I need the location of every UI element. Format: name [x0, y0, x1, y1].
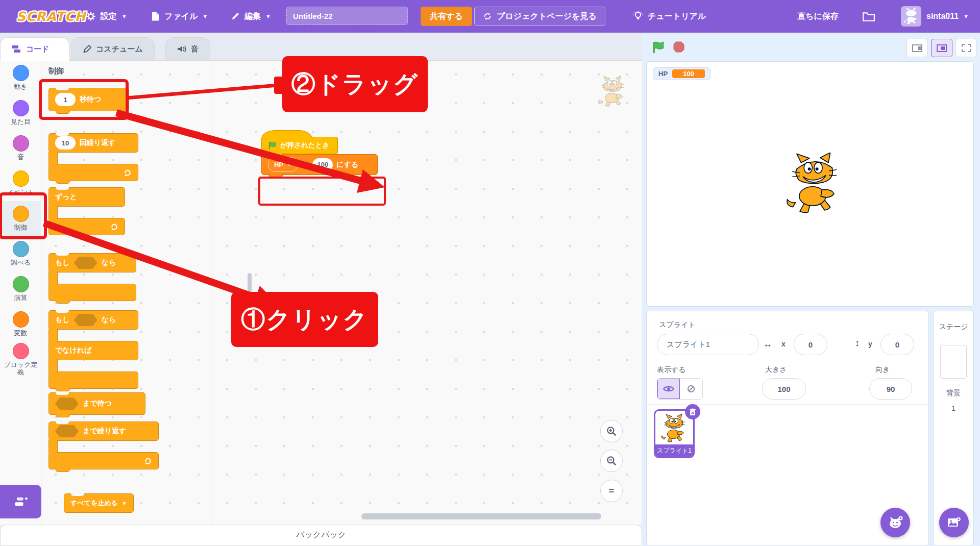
- sidebar-category-sensing[interactable]: 調べる: [0, 236, 41, 271]
- palette-block-repeatuntil[interactable]: まで繰り返す: [48, 421, 159, 469]
- sprite-x-input[interactable]: 0: [794, 334, 827, 355]
- hide-sprite-option[interactable]: [680, 379, 702, 399]
- stage-selector-panel[interactable]: ステージ 背景 1: [933, 311, 974, 546]
- backdrops-count: 1: [951, 404, 955, 412]
- save-now-label: 直ちに保存: [797, 11, 839, 22]
- green-flag-button[interactable]: [652, 41, 665, 54]
- paintbrush-icon: [83, 45, 91, 54]
- block-row: もしなら: [48, 310, 138, 330]
- cat-watermark: [597, 76, 628, 108]
- backpack-label: バックパック: [296, 530, 346, 540]
- folder-icon: [863, 11, 875, 21]
- value-input[interactable]: 100: [312, 158, 333, 171]
- sidebar-category-looks[interactable]: 見た目: [0, 95, 41, 131]
- tutorials-button[interactable]: チュートリアル: [633, 0, 706, 33]
- project-title-input[interactable]: [286, 7, 408, 25]
- sidebar-category-myblocks[interactable]: ブロック定義: [0, 342, 41, 377]
- scratch-logo[interactable]: SCRATCH: [16, 0, 86, 33]
- share-label: 共有する: [430, 11, 463, 22]
- number-input[interactable]: 1: [55, 93, 76, 106]
- set-variable-block[interactable]: HP ▼ を 100 にする: [261, 154, 378, 175]
- tab-costumes[interactable]: コスチューム: [71, 37, 155, 61]
- sprite-direction-input[interactable]: 90: [869, 378, 912, 400]
- stage-sprite-cat[interactable]: [784, 153, 844, 216]
- stop-octagon-icon: [673, 41, 685, 53]
- account-menu[interactable]: sinta011 ▼: [926, 0, 969, 33]
- add-extension-button[interactable]: [0, 485, 41, 518]
- backdrop-thumbnail[interactable]: [940, 345, 967, 379]
- block-label: を: [302, 160, 309, 169]
- show-label: 表示する: [657, 365, 686, 375]
- direction-label: 向き: [875, 365, 890, 375]
- sensing-category-icon: [13, 241, 29, 257]
- sidebar-category-sound[interactable]: 音: [0, 131, 41, 166]
- block-label: まで待つ: [83, 399, 112, 408]
- boolean-slot[interactable]: [55, 398, 79, 410]
- palette-block-stopall[interactable]: すべてを止める▼: [64, 493, 134, 513]
- sprite-y-input[interactable]: 0: [880, 334, 914, 355]
- dropdown-caret-icon: ▼: [122, 501, 127, 506]
- block-row: [48, 164, 138, 181]
- show-sprite-option[interactable]: [657, 379, 680, 399]
- my-stuff-button[interactable]: [863, 0, 875, 33]
- block-row: [48, 371, 138, 389]
- small-stage-layout-button[interactable]: [906, 39, 928, 57]
- tutorials-label: チュートリアル: [648, 11, 706, 22]
- file-menu[interactable]: ファイル ▼: [151, 0, 208, 33]
- sidebar-category-events[interactable]: イベント: [0, 166, 41, 201]
- workspace-horizontal-scrollbar[interactable]: [361, 513, 601, 519]
- delete-sprite-button[interactable]: [685, 404, 700, 419]
- when-flag-clicked-block[interactable]: が押されたとき: [261, 137, 338, 154]
- tab-code-label: コード: [26, 44, 50, 54]
- settings-label: 設定: [101, 11, 117, 22]
- number-input[interactable]: 10: [55, 136, 76, 150]
- sprite-list-item-selected[interactable]: スプライト1: [654, 409, 695, 458]
- variable-dropdown[interactable]: HP ▼: [268, 157, 298, 172]
- trash-icon: [689, 408, 696, 416]
- palette-block-ifelse[interactable]: もしならでなければ: [48, 310, 138, 389]
- sidebar-category-operators[interactable]: 演算: [0, 271, 41, 307]
- project-page-button[interactable]: プロジェクトページを見る: [474, 7, 605, 26]
- add-sprite-button[interactable]: [880, 508, 910, 537]
- edit-menu[interactable]: 編集 ▼: [231, 0, 271, 33]
- palette-block-waituntil[interactable]: まで待つ: [48, 392, 145, 415]
- boolean-slot[interactable]: [55, 425, 79, 437]
- sidebar-category-motion[interactable]: 動き: [0, 60, 41, 95]
- block-row: [48, 452, 159, 469]
- file-label: ファイル: [164, 11, 198, 22]
- variables-category-icon: [13, 311, 29, 328]
- sprite-name-input[interactable]: スプライト1: [657, 334, 759, 355]
- variable-monitor[interactable]: HP 100: [653, 67, 710, 80]
- palette-block-forever[interactable]: ずっと: [48, 187, 125, 235]
- control-category-icon: [13, 206, 29, 222]
- avatar[interactable]: [901, 6, 921, 27]
- sidebar-category-control[interactable]: 制御: [0, 201, 41, 236]
- stage[interactable]: HP 100: [646, 61, 974, 307]
- settings-menu[interactable]: 設定 ▼: [86, 0, 127, 33]
- stop-button[interactable]: [673, 41, 686, 54]
- add-backdrop-icon: [947, 517, 961, 528]
- sidebar-category-variables[interactable]: 変数: [0, 307, 41, 342]
- palette-block-repeat[interactable]: 10回繰り返す: [48, 133, 138, 181]
- operators-category-icon: [13, 276, 29, 292]
- backpack-bar[interactable]: バックパック: [0, 525, 642, 546]
- palette-block-wait[interactable]: 1秒待つ: [48, 88, 129, 111]
- palette-block-if[interactable]: もしなら: [48, 253, 136, 301]
- y-label: y: [868, 340, 872, 348]
- save-now-button[interactable]: 直ちに保存: [797, 0, 839, 33]
- zoom-out-button[interactable]: [600, 450, 623, 472]
- tab-sounds[interactable]: 音: [165, 37, 210, 61]
- add-backdrop-button[interactable]: [939, 508, 969, 537]
- tab-code[interactable]: コード: [0, 37, 69, 61]
- category-label: 動き: [13, 83, 28, 90]
- boolean-slot[interactable]: [74, 314, 97, 326]
- sprite-size-input[interactable]: 100: [762, 378, 806, 400]
- share-button[interactable]: 共有する: [421, 7, 472, 26]
- normal-stage-layout-button[interactable]: [931, 39, 952, 57]
- category-label: 調べる: [10, 259, 32, 266]
- boolean-slot[interactable]: [74, 257, 97, 269]
- category-label: イベント: [6, 189, 35, 196]
- zoom-in-button[interactable]: [600, 420, 623, 442]
- fullscreen-button[interactable]: [955, 39, 977, 57]
- zoom-reset-button[interactable]: =: [600, 480, 623, 502]
